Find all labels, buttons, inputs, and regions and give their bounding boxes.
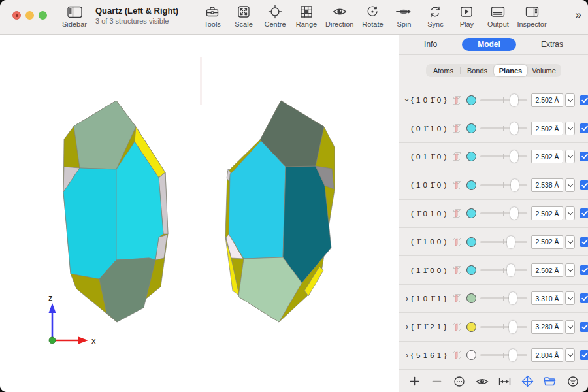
plane-cube-icon[interactable]: [451, 321, 465, 333]
plane-color-swatch[interactable]: [466, 265, 476, 275]
plane-opacity-slider[interactable]: [480, 320, 527, 333]
tab-model[interactable]: Model: [462, 38, 516, 51]
visibility-eye-icon[interactable]: [475, 376, 489, 387]
plane-visible-checkbox[interactable]: [580, 180, 588, 190]
filter-icon[interactable]: [566, 376, 580, 387]
plane-visible-checkbox[interactable]: [580, 95, 588, 105]
slider-knob[interactable]: [507, 236, 515, 248]
plane-opacity-slider[interactable]: [480, 150, 527, 163]
value-stepper[interactable]: [565, 348, 575, 362]
plane-visible-checkbox[interactable]: [580, 208, 588, 218]
spacing-value-field[interactable]: 2.502 Å: [531, 93, 563, 107]
spacing-value-field[interactable]: 2.502 Å: [531, 206, 563, 220]
toolbar-direction-button[interactable]: Direction: [323, 3, 356, 29]
slider-knob[interactable]: [510, 122, 518, 135]
spacing-value-field[interactable]: 2.502 Å: [531, 150, 563, 163]
plane-visible-checkbox[interactable]: [580, 237, 588, 247]
spacing-range-icon[interactable]: [498, 377, 512, 386]
toolbar-output-button[interactable]: Output: [483, 3, 513, 29]
zoom-button[interactable]: [39, 11, 47, 20]
plane-opacity-slider[interactable]: [480, 292, 527, 305]
slider-knob[interactable]: [510, 207, 518, 220]
slider-knob[interactable]: [511, 179, 519, 191]
toolbar-spin-button[interactable]: Spin: [389, 3, 419, 29]
slider-knob[interactable]: [510, 94, 518, 106]
slider-knob[interactable]: [509, 349, 517, 361]
add-plane-button[interactable]: [407, 376, 421, 386]
plane-opacity-slider[interactable]: [480, 235, 527, 248]
plane-cube-icon[interactable]: [451, 293, 465, 304]
plane-opacity-slider[interactable]: [480, 349, 527, 362]
plane-color-swatch[interactable]: [466, 350, 476, 360]
plane-opacity-slider[interactable]: [480, 178, 527, 191]
spacing-value-field[interactable]: 2.804 Å: [531, 348, 563, 362]
structure-canvas[interactable]: z x: [0, 35, 399, 392]
plane-color-swatch[interactable]: [466, 293, 476, 303]
plane-opacity-slider[interactable]: [480, 207, 527, 220]
value-stepper[interactable]: [565, 263, 575, 277]
plane-cube-icon[interactable]: [451, 151, 465, 162]
spacing-value-field[interactable]: 2.502 Å: [531, 122, 563, 135]
plane-visible-checkbox[interactable]: [580, 293, 588, 303]
close-button[interactable]: [12, 11, 21, 20]
remove-plane-button[interactable]: [430, 376, 444, 386]
disclosure-chevron-icon[interactable]: ›: [403, 322, 411, 331]
plane-color-swatch[interactable]: [466, 180, 476, 190]
value-stepper[interactable]: [565, 291, 575, 305]
plane-visible-checkbox[interactable]: [580, 265, 588, 275]
open-folder-icon[interactable]: [543, 376, 557, 387]
value-stepper[interactable]: [565, 150, 575, 163]
plane-opacity-slider[interactable]: [480, 122, 527, 135]
toolbar-range-button[interactable]: Range: [291, 3, 321, 29]
toolbar-play-button[interactable]: Play: [451, 3, 482, 29]
plane-visible-checkbox[interactable]: [580, 152, 588, 161]
disclosure-chevron-icon[interactable]: ›: [403, 351, 411, 360]
plane-color-swatch[interactable]: [466, 152, 476, 161]
value-stepper[interactable]: [565, 93, 575, 107]
subtab-bonds[interactable]: Bonds: [461, 65, 494, 76]
plane-cube-icon[interactable]: [451, 180, 465, 191]
slider-knob[interactable]: [510, 150, 518, 163]
toolbar-overflow-button[interactable]: »: [576, 8, 580, 22]
planes-diamond-icon[interactable]: [521, 375, 535, 387]
plane-color-swatch[interactable]: [466, 208, 476, 218]
plane-opacity-slider[interactable]: [480, 264, 527, 277]
toolbar-scale-button[interactable]: Scale: [229, 3, 259, 29]
spacing-value-field[interactable]: 2.538 Å: [531, 178, 563, 192]
plane-color-swatch[interactable]: [466, 322, 476, 332]
toolbar-inspector-button[interactable]: Inspector: [514, 3, 549, 29]
toolbar-tools-button[interactable]: Tools: [197, 3, 227, 29]
plane-cube-icon[interactable]: [451, 208, 465, 219]
more-options-icon[interactable]: [452, 376, 466, 387]
plane-visible-checkbox[interactable]: [580, 322, 588, 332]
value-stepper[interactable]: [565, 235, 575, 249]
plane-cube-icon[interactable]: [451, 350, 465, 361]
value-stepper[interactable]: [565, 320, 575, 334]
value-stepper[interactable]: [565, 178, 575, 192]
subtab-planes[interactable]: Planes: [494, 65, 527, 76]
plane-cube-icon[interactable]: [451, 265, 465, 276]
toolbar-sync-button[interactable]: Sync: [420, 3, 450, 29]
toolbar-rotate-button[interactable]: Rotate: [357, 3, 387, 29]
disclosure-chevron-icon[interactable]: ›: [402, 96, 412, 104]
value-stepper[interactable]: [565, 206, 575, 220]
sidebar-toggle-button[interactable]: Sidebar: [57, 3, 91, 29]
tab-info[interactable]: Info: [415, 39, 446, 50]
subtab-volume[interactable]: Volume: [527, 65, 561, 76]
spacing-value-field[interactable]: 2.502 Å: [531, 235, 563, 249]
disclosure-chevron-icon[interactable]: ›: [403, 294, 411, 303]
toolbar-centre-button[interactable]: Centre: [260, 3, 290, 29]
plane-cube-icon[interactable]: [451, 123, 465, 134]
subtab-atoms[interactable]: Atoms: [427, 65, 460, 76]
spacing-value-field[interactable]: 3.280 Å: [531, 320, 563, 334]
plane-color-swatch[interactable]: [466, 237, 476, 247]
minimize-button[interactable]: [25, 11, 34, 20]
slider-knob[interactable]: [509, 321, 517, 333]
plane-visible-checkbox[interactable]: [580, 123, 588, 133]
slider-knob[interactable]: [509, 292, 517, 304]
tab-extras[interactable]: Extras: [532, 39, 572, 50]
spacing-value-field[interactable]: 2.502 Å: [531, 263, 563, 277]
plane-color-swatch[interactable]: [466, 123, 476, 133]
plane-visible-checkbox[interactable]: [580, 350, 588, 360]
plane-cube-icon[interactable]: [451, 237, 465, 248]
